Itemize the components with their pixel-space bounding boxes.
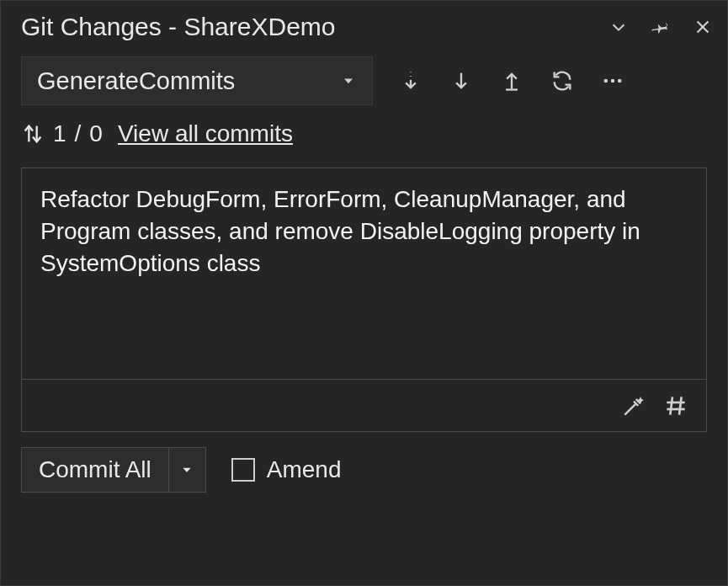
toolbar-icons [398, 68, 625, 93]
commit-all-label: Commit All [22, 448, 168, 492]
svg-point-9 [604, 79, 608, 83]
incoming-count: 0 [89, 120, 103, 147]
count-separator: / [75, 120, 82, 147]
branch-dropdown[interactable]: GenerateCommits [21, 56, 373, 105]
up-down-arrows-icon [21, 122, 45, 146]
push-icon[interactable] [499, 68, 524, 93]
svg-point-10 [611, 79, 615, 83]
commit-message-input[interactable] [22, 168, 706, 379]
svg-line-17 [679, 397, 682, 414]
caret-down-icon [340, 72, 357, 89]
more-icon[interactable] [600, 68, 625, 93]
toolbar: GenerateCommits [1, 50, 727, 110]
panel-title: Git Changes - ShareXDemo [21, 13, 598, 41]
amend-label: Amend [267, 456, 342, 483]
message-footer [22, 379, 706, 431]
status-row: 1 / 0 View all commits [1, 110, 727, 156]
sync-icon[interactable] [550, 68, 575, 93]
svg-line-16 [670, 397, 672, 414]
close-icon[interactable] [693, 18, 712, 36]
svg-point-11 [618, 79, 622, 83]
outgoing-count: 1 [53, 120, 66, 147]
pin-icon[interactable] [651, 18, 670, 36]
view-all-commits-link[interactable]: View all commits [118, 120, 293, 147]
commit-message-area [21, 168, 707, 432]
checkbox-box-icon [231, 458, 255, 482]
sync-status[interactable]: 1 / 0 [21, 120, 103, 147]
commit-split-button[interactable] [168, 448, 205, 492]
svg-marker-18 [183, 468, 191, 472]
ai-suggest-icon[interactable] [620, 392, 647, 419]
svg-marker-2 [344, 79, 353, 84]
fetch-icon[interactable] [398, 68, 423, 93]
git-changes-panel: Git Changes - ShareXDemo GenerateCommits [0, 0, 728, 586]
amend-checkbox[interactable]: Amend [231, 456, 342, 483]
expand-chevron-icon[interactable] [609, 18, 628, 36]
branch-name: GenerateCommits [37, 67, 235, 95]
work-item-hash-icon[interactable] [662, 392, 689, 419]
titlebar: Git Changes - ShareXDemo [1, 1, 727, 50]
commit-row: Commit All Amend [1, 432, 727, 508]
commit-all-button[interactable]: Commit All [21, 447, 206, 493]
pull-icon[interactable] [449, 68, 474, 93]
titlebar-controls [609, 18, 712, 36]
